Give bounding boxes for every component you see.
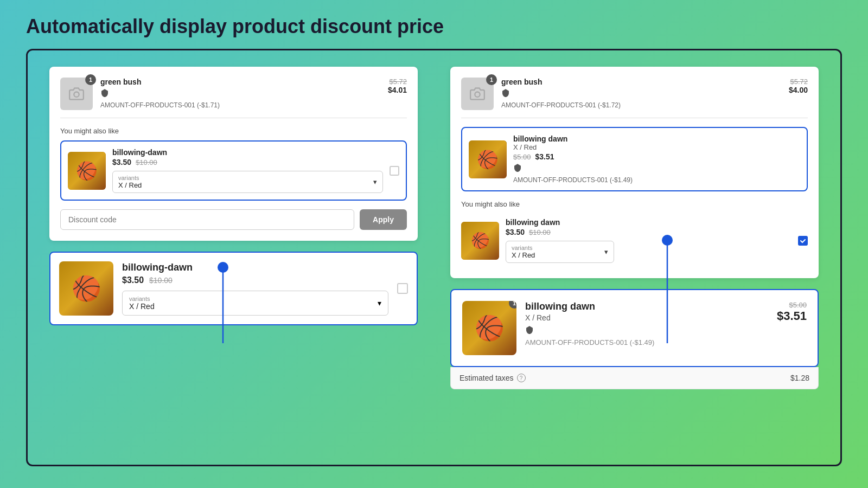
right-zoom-prices: $5.00 $3.51	[777, 301, 807, 323]
camera-icon	[69, 86, 84, 101]
right-zoom-badge: 1	[509, 301, 516, 309]
right-upsell-orig-price: $5.00	[513, 153, 531, 161]
right-zoom-image: 1 🏀	[462, 301, 516, 355]
left-zoom-variant-label: variants	[129, 296, 155, 302]
left-zoom-orig: $10.00	[149, 276, 173, 285]
main-container: 1 green bush AMOUNT-OFF-PRODUCTS-001 (-$…	[26, 49, 842, 466]
right-cart-card: 1 green bush AMOUNT-OFF-PRODUCTS-001 (-$…	[450, 67, 819, 278]
left-discount-row: Apply	[60, 209, 407, 230]
left-product-badge: 1	[85, 74, 96, 85]
right-upsell-name: billowing dawn	[513, 134, 800, 143]
right-zoom-discount: AMOUNT-OFF-PRODUCTS-001 (-$1.49)	[525, 338, 768, 346]
left-upsell-prices: $3.50 $10.00	[112, 158, 383, 166]
left-upsell-variant-select[interactable]: variants X / Red ▾	[112, 171, 383, 193]
svg-point-0	[74, 92, 79, 97]
chevron-down-icon: ▾	[373, 178, 377, 186]
right-upsell2-checkbox[interactable]	[798, 236, 808, 246]
left-you-might-like: You might also like	[60, 127, 407, 135]
right-upsell2-prices: $3.50 $10.00	[506, 228, 792, 236]
right-upsell-shield-icon	[513, 163, 522, 172]
right-product-image: 1	[461, 78, 494, 110]
left-product-image: 1	[60, 78, 93, 110]
page-title: Automatically display product discount p…	[0, 0, 868, 49]
right-upsell2-variant[interactable]: variants X / Red ▾	[506, 241, 614, 263]
left-price-current: $4.01	[388, 86, 407, 94]
right-upsell-sale-price: $3.51	[535, 152, 554, 161]
left-product-info: green bush AMOUNT-OFF-PRODUCTS-001 (-$1.…	[100, 78, 380, 109]
left-variant-label: variants	[118, 175, 142, 181]
left-upsell-sale-price: $3.50	[112, 158, 131, 166]
right-upsell-info: billowing dawn X / Red $5.00 $3.51 AMOUN…	[513, 134, 800, 184]
right-upsell2-info: billowing dawn $3.50 $10.00 variants X /…	[506, 218, 792, 263]
left-product-name: green bush	[100, 78, 380, 86]
left-product-row: 1 green bush AMOUNT-OFF-PRODUCTS-001 (-$…	[60, 78, 407, 118]
left-zoom-info: billowing-dawn $3.50 $10.00 variants X /…	[122, 262, 388, 316]
right-upsell-discount: AMOUNT-OFF-PRODUCTS-001 (-$1.49)	[513, 176, 800, 184]
right-upsell-card: 1 🏀 billowing dawn X / Red $5.00 $3.51	[461, 127, 808, 191]
left-cart-card: 1 green bush AMOUNT-OFF-PRODUCTS-001 (-$…	[49, 67, 418, 241]
left-panel: 1 green bush AMOUNT-OFF-PRODUCTS-001 (-$…	[49, 67, 418, 448]
left-price-original: $5.72	[388, 78, 407, 86]
left-zoom-chevron-icon: ▾	[378, 299, 381, 307]
right-zoom-shield-icon	[525, 325, 534, 334]
right-upsell2-sale: $3.50	[506, 228, 525, 236]
right-product-row: 1 green bush AMOUNT-OFF-PRODUCTS-001 (-$…	[461, 78, 808, 118]
right-upsell-image: 1 🏀	[469, 140, 507, 178]
right-upsell-jersey: 🏀	[469, 140, 507, 178]
taxes-label-text: Estimated taxes	[459, 374, 514, 382]
left-discount-input[interactable]	[60, 209, 354, 230]
left-upsell-checkbox[interactable]	[390, 166, 399, 176]
right-zoom-variant: X / Red	[525, 313, 768, 322]
right-zoom-name: billowing dawn	[525, 301, 768, 312]
right-upsell2-row: 🏀 billowing dawn $3.50 $10.00 variants X…	[461, 214, 808, 267]
left-zoom-name: billowing-dawn	[122, 262, 388, 273]
right-zoom-card: 1 🏀 billowing dawn X / Red AMOUNT-OFF-PR…	[450, 289, 819, 367]
right-product-shield-icon	[501, 88, 781, 99]
left-apply-button[interactable]: Apply	[360, 209, 407, 230]
left-zoom-sale: $3.50	[122, 275, 144, 285]
info-icon: ?	[517, 374, 526, 382]
right-product-discount: AMOUNT-OFF-PRODUCTS-001 (-$1.72)	[501, 101, 781, 109]
right-zoom-sale-price: $3.51	[777, 309, 807, 323]
taxes-amount: $1.28	[790, 374, 809, 382]
left-product-shield-icon	[100, 88, 380, 99]
right-price-original: $5.72	[789, 78, 808, 86]
checkmark-icon	[800, 237, 806, 244]
right-price-current: $4.00	[789, 86, 808, 94]
taxes-row: Estimated taxes ? $1.28	[450, 367, 819, 389]
right-product-badge: 1	[486, 74, 497, 85]
left-upsell-name: billowing-dawn	[112, 148, 383, 157]
right-zoom-info: billowing dawn X / Red AMOUNT-OFF-PRODUC…	[525, 301, 768, 346]
left-product-discount: AMOUNT-OFF-PRODUCTS-001 (-$1.71)	[100, 101, 380, 109]
right-upsell2-variant-value: X / Red	[512, 251, 535, 259]
left-zoom-prices: $3.50 $10.00	[122, 275, 388, 285]
taxes-label: Estimated taxes ?	[459, 374, 526, 382]
right-product-info: green bush AMOUNT-OFF-PRODUCTS-001 (-$1.…	[501, 78, 781, 109]
left-upsell-info: billowing-dawn $3.50 $10.00 variants X /…	[112, 148, 383, 193]
right-upsell-variant-text: X / Red	[513, 143, 800, 151]
left-upsell-orig-price: $10.00	[136, 158, 157, 166]
left-upsell-jersey: 🏀	[68, 152, 106, 190]
left-zoom-variant[interactable]: variants X / Red ▾	[122, 291, 388, 316]
right-upsell2-orig: $10.00	[529, 228, 551, 236]
svg-point-3	[475, 92, 480, 97]
left-zoom-checkbox[interactable]	[397, 283, 408, 294]
right-product-name: green bush	[501, 78, 781, 86]
left-zoom-variant-value: X / Red	[129, 302, 155, 311]
right-you-might-like: You might also like	[461, 200, 808, 208]
right-upsell2-image: 🏀	[461, 222, 499, 260]
left-upsell-image: 🏀	[68, 152, 106, 190]
left-zoom-image: 🏀	[59, 261, 113, 316]
left-upsell-card: 🏀 billowing-dawn $3.50 $10.00 variants X…	[60, 140, 407, 201]
right-panel: 1 green bush AMOUNT-OFF-PRODUCTS-001 (-$…	[450, 67, 819, 448]
right-upsell2-chevron-icon: ▾	[604, 248, 608, 256]
left-product-prices: $5.72 $4.01	[388, 78, 407, 94]
left-zoom-card: 🏀 billowing-dawn $3.50 $10.00 variants X…	[49, 252, 418, 325]
right-zoom-orig-price: $5.00	[777, 301, 807, 309]
right-upsell2-name: billowing dawn	[506, 218, 792, 227]
left-variant-value: X / Red	[118, 181, 142, 189]
right-camera-icon	[470, 86, 485, 101]
right-product-prices: $5.72 $4.00	[789, 78, 808, 94]
right-upsell-prices: $5.00 $3.51	[513, 152, 800, 161]
right-upsell2-variant-label: variants	[512, 245, 535, 251]
